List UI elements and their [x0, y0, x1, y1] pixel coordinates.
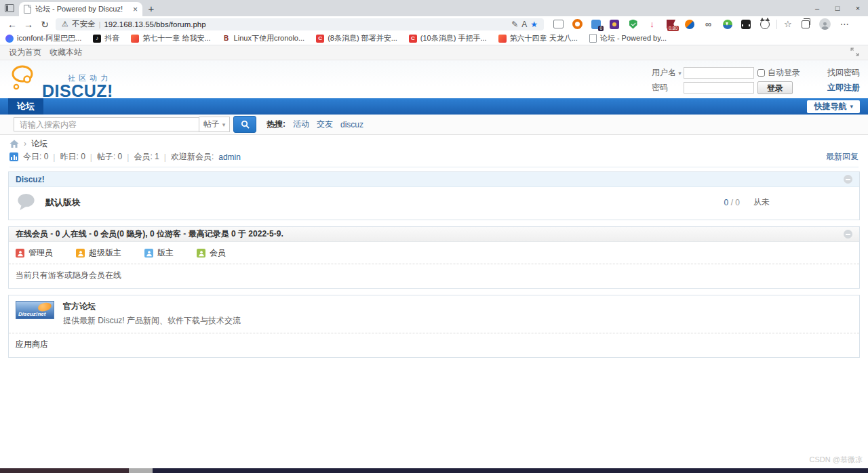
search-type-select[interactable]: 帖子▾: [199, 117, 230, 132]
set-home-link[interactable]: 设为首页: [9, 47, 41, 58]
idm-extension-icon[interactable]: [722, 19, 732, 29]
new-tab-button[interactable]: +: [142, 3, 160, 14]
close-button[interactable]: ×: [848, 0, 868, 16]
newest-member-link[interactable]: admin: [218, 152, 241, 162]
toolbar-right: ☆ ⋯: [784, 18, 850, 30]
omnibox-separator: |: [98, 20, 100, 28]
register-link[interactable]: 立即注册: [826, 82, 860, 94]
chart-icon: [9, 152, 18, 161]
browser-tab[interactable]: 论坛 - Powered by Discuz! ×: [19, 2, 142, 16]
bookmarks-bar: iconfont-阿里巴巴... 抖音 第七十一章 给我安... BLinux下…: [0, 32, 868, 45]
password-label: 密码: [652, 82, 680, 94]
breadcrumb-forum-link[interactable]: 论坛: [31, 138, 47, 150]
back-button[interactable]: ←: [4, 19, 20, 30]
settings-menu-icon[interactable]: ⋯: [840, 19, 850, 29]
red-flag-extension-icon[interactable]: 0.80: [666, 19, 676, 29]
category-panel: Discuz! 默认版块 0 / 0 从未: [8, 171, 860, 220]
online-legend: 管理员 超级版主 版主 会员: [9, 242, 859, 264]
hot-search: 热搜: 活动 交友 discuz: [267, 119, 363, 130]
bookmark-item[interactable]: 论坛 - Powered by...: [589, 33, 667, 43]
bookmark-item[interactable]: 抖音: [93, 33, 119, 43]
bookmark-item[interactable]: BLinux下使用cronolo...: [222, 33, 305, 43]
legend-moderator: 版主: [144, 247, 174, 259]
security-label[interactable]: 不安全: [72, 19, 96, 29]
password-field[interactable]: [684, 82, 754, 94]
auto-login-option[interactable]: 自动登录: [757, 67, 823, 79]
quick-nav-button[interactable]: 快捷导航▾: [807, 100, 860, 113]
official-forum-link[interactable]: 官方论坛: [63, 302, 96, 311]
chevron-icon: ›: [24, 139, 26, 148]
bookmark-item[interactable]: C(10条消息) 手把手...: [409, 33, 487, 43]
hot-link[interactable]: 交友: [317, 119, 333, 130]
infinity-extension-icon[interactable]: ∞: [703, 19, 713, 29]
hot-search-label: 热搜:: [267, 119, 285, 130]
legend-member: 会员: [197, 247, 226, 259]
forum-row[interactable]: 默认版块 0 / 0 从未: [9, 187, 859, 220]
official-forum-desc: 提供最新 Discuz! 产品新闻、软件下载与技术交流: [63, 315, 241, 327]
csdn-icon: C: [409, 35, 417, 43]
forward-button[interactable]: →: [20, 19, 37, 30]
window-controls: – □ ×: [807, 0, 868, 16]
bookmark-item[interactable]: C(8条消息) 部署并安...: [316, 33, 397, 43]
read-aloud-icon[interactable]: A: [521, 20, 527, 29]
refresh-button[interactable]: ↻: [37, 19, 53, 30]
bookmark-item[interactable]: 第六十四章 天龙八...: [498, 33, 578, 43]
discuz-net-logo[interactable]: Discuz!net: [16, 301, 54, 319]
tab-close-icon[interactable]: ×: [133, 5, 138, 14]
favorite-star-icon[interactable]: ★: [530, 20, 538, 29]
online-title: 在线会员 - 0 人在线 - 0 会员(0 隐身), 0 位游客 - 最高记录是…: [16, 228, 283, 240]
latest-reply-link[interactable]: 最新回复: [826, 151, 859, 163]
address-bar[interactable]: ⚠ 不安全 | 192.168.13.55/bbs/forum.php ✎ A …: [56, 18, 544, 30]
search-button[interactable]: [233, 116, 256, 133]
url-text[interactable]: 192.168.13.55/bbs/forum.php: [104, 20, 205, 28]
taskbar-edge: [0, 468, 868, 473]
shortcut-strip: 设为首页 收藏本站: [0, 45, 868, 60]
stats-row: 今日: 0 | 昨日: 0 | 帖子: 0 | 会员: 1 | 欢迎新会员: a…: [9, 151, 859, 167]
purple-app-extension-icon[interactable]: [610, 20, 619, 29]
douyin-icon: [93, 35, 101, 43]
dark-widget-extension-icon[interactable]: [741, 20, 751, 29]
hot-link[interactable]: 活动: [293, 119, 309, 130]
username-field[interactable]: [684, 67, 754, 79]
forum-tab[interactable]: 论坛: [8, 98, 43, 115]
collections-icon[interactable]: [802, 20, 810, 28]
green-shield-extension-icon[interactable]: [628, 19, 638, 29]
category-title-link[interactable]: Discuz!: [16, 175, 45, 184]
username-label[interactable]: 用户名 ▾: [652, 67, 680, 79]
search-input[interactable]: [14, 117, 199, 131]
online-notice: 当前只有游客或隐身会员在线: [9, 264, 859, 288]
find-password-link[interactable]: 找回密码: [826, 67, 860, 79]
profile-avatar[interactable]: [819, 18, 831, 30]
minimize-button[interactable]: –: [807, 0, 827, 16]
forum-name-link[interactable]: 默认版块: [45, 197, 81, 209]
hot-link[interactable]: discuz: [340, 120, 363, 129]
search-icon: [241, 120, 250, 129]
chevron-down-icon: ▾: [678, 70, 682, 77]
widescreen-toggle-icon[interactable]: [850, 47, 859, 58]
bookmark-item[interactable]: 第七十一章 给我安...: [131, 33, 210, 43]
favorites-list-icon[interactable]: ☆: [784, 19, 792, 29]
maximize-button[interactable]: □: [827, 0, 848, 16]
appstore-link[interactable]: 应用商店: [16, 340, 48, 349]
add-favorite-link[interactable]: 收藏本站: [50, 47, 82, 58]
bookmark-item[interactable]: iconfont-阿里巴巴...: [5, 33, 81, 43]
tab-actions-button[interactable]: [0, 0, 19, 16]
orange-ring-extension-icon[interactable]: [572, 19, 583, 29]
cat-extension-icon[interactable]: [760, 19, 770, 29]
auto-login-checkbox[interactable]: [757, 69, 765, 77]
orange-blue-globe-extension-icon[interactable]: [685, 20, 694, 29]
blue-app-extension-icon[interactable]: 0: [591, 20, 601, 29]
csdn-icon: C: [316, 35, 324, 43]
pen-icon[interactable]: ✎: [511, 20, 518, 29]
site-logo[interactable]: 社区动力 DISCUZ!: [8, 60, 151, 98]
pink-arrow-extension-icon[interactable]: ↓: [647, 19, 657, 29]
login-form: 用户名 ▾ 自动登录 找回密码 密码 登录 立即注册: [652, 60, 860, 98]
collapse-icon[interactable]: [844, 175, 852, 184]
home-icon[interactable]: [9, 140, 19, 148]
taskbar-segment: [129, 468, 153, 473]
taskbar-segment: [153, 468, 868, 473]
collapse-icon[interactable]: [844, 230, 852, 239]
reading-list-extension-icon[interactable]: [553, 19, 564, 29]
login-button[interactable]: 登录: [757, 81, 793, 94]
online-header: 在线会员 - 0 人在线 - 0 会员(0 隐身), 0 位游客 - 最高记录是…: [9, 227, 859, 242]
